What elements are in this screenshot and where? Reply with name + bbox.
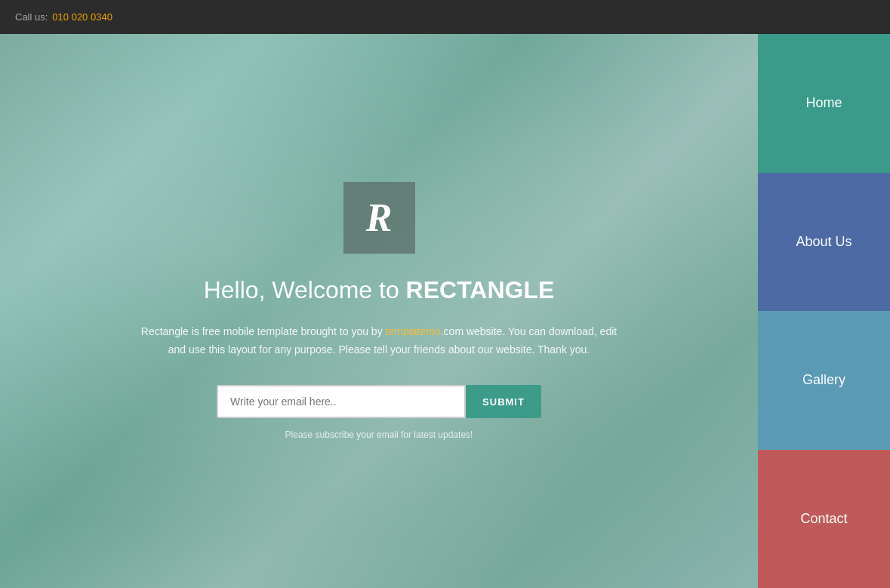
call-label: Call us:: [15, 11, 48, 23]
sidebar-item-home[interactable]: Home: [758, 34, 890, 173]
email-form: SUBMIT: [217, 385, 541, 418]
sidebar-item-gallery[interactable]: Gallery: [758, 311, 890, 450]
subscribe-hint: Please subscribe your email for latest u…: [285, 429, 473, 440]
sidebar-item-about[interactable]: About Us: [758, 173, 890, 312]
logo-box: R: [343, 182, 415, 254]
logo-letter: R: [366, 195, 393, 240]
desc-text: Rectangle is free mobile template brough…: [141, 325, 386, 337]
email-input[interactable]: [217, 385, 466, 418]
templatemo-link[interactable]: templatemo: [386, 325, 441, 337]
topbar: Call us: 010 020 0340: [0, 0, 890, 34]
hero-title-brand: RECTANGLE: [406, 276, 555, 303]
sidebar-contact-label: Contact: [800, 511, 847, 527]
submit-button[interactable]: SUBMIT: [466, 385, 541, 418]
call-number[interactable]: 010 020 0340: [52, 11, 112, 23]
hero-title: Hello, Welcome to RECTANGLE: [204, 276, 555, 304]
sidebar-item-contact[interactable]: Contact: [758, 450, 890, 589]
sidebar-about-label: About Us: [796, 234, 852, 250]
hero-section: R Hello, Welcome to RECTANGLE Rectangle …: [0, 34, 758, 588]
sidebar-home-label: Home: [805, 95, 842, 111]
sidebar-nav: Home About Us Gallery Contact: [758, 34, 890, 588]
sidebar-gallery-label: Gallery: [802, 372, 845, 388]
hero-description: Rectangle is free mobile template brough…: [137, 323, 621, 359]
hero-title-prefix: Hello, Welcome to: [204, 276, 406, 303]
main-layout: R Hello, Welcome to RECTANGLE Rectangle …: [0, 34, 890, 588]
